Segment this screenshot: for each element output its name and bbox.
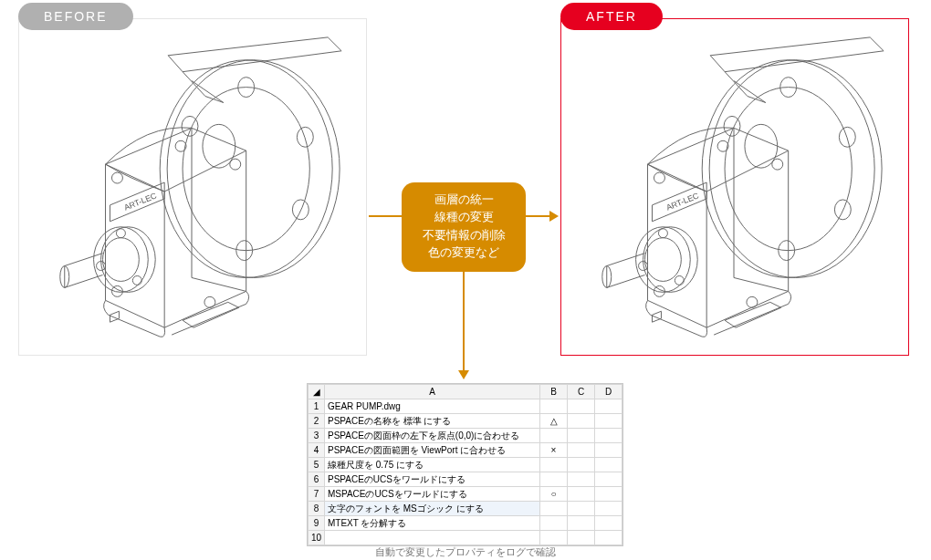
table-row-selected: 8文字のフォントを MSゴシック にする <box>309 502 622 516</box>
table-row: 2PSPACEの名称を 標準 にする△ <box>309 414 622 429</box>
col-header-a[interactable]: A <box>325 385 540 399</box>
table-row: 4PSPACEの図面範囲を ViewPort に合わせる× <box>309 443 622 458</box>
arrow-center-to-after-line <box>526 215 551 217</box>
before-panel: ART-LEC <box>18 18 367 356</box>
arrow-center-to-after-head <box>549 211 559 222</box>
transform-line-4: 色の変更など <box>402 244 526 262</box>
corner-cell[interactable]: ◢ <box>309 385 325 399</box>
arrow-center-down-head <box>458 370 469 379</box>
arrow-center-down-line <box>463 254 465 372</box>
before-drawing: ART-LEC <box>19 19 366 355</box>
table-row: 5線種尺度を 0.75 にする <box>309 458 622 472</box>
log-caption: 自動で変更したプロパティをログで確認 <box>0 545 931 559</box>
after-panel: ART-LEC <box>560 18 909 356</box>
log-spreadsheet: ◢ A B C D 1GEAR PUMP.dwg 2PSPACEの名称を 標準 … <box>307 383 623 546</box>
transform-line-2: 線種の変更 <box>402 209 526 226</box>
table-row: 6PSPACEのUCSをワールドにする <box>309 472 622 487</box>
badge-before: BEFORE <box>18 3 133 30</box>
table-row: 10 <box>309 531 622 545</box>
arrow-before-to-center <box>369 215 402 217</box>
after-drawing: ART-LEC <box>561 19 908 355</box>
col-header-c[interactable]: C <box>568 385 595 399</box>
table-row: 9MTEXT を分解する <box>309 516 622 531</box>
col-header-b[interactable]: B <box>540 385 568 399</box>
badge-after: AFTER <box>560 3 663 30</box>
table-row: 3PSPACEの図面枠の左下を原点(0,0)に合わせる <box>309 429 622 443</box>
col-header-d[interactable]: D <box>595 385 622 399</box>
transform-line-3: 不要情報の削除 <box>402 227 526 244</box>
table-row: 7MSPACEのUCSをワールドにする○ <box>309 487 622 502</box>
table-row: 1GEAR PUMP.dwg <box>309 399 622 414</box>
transform-summary: 画層の統一 線種の変更 不要情報の削除 色の変更など <box>402 182 526 272</box>
transform-line-1: 画層の統一 <box>402 192 526 209</box>
